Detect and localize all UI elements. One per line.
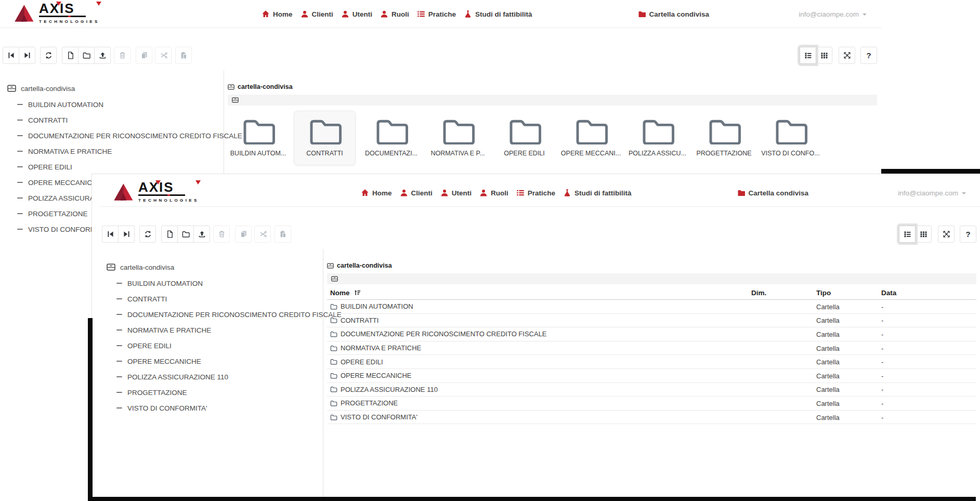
help-button[interactable]: ? [860, 47, 877, 64]
list-view-icon [904, 230, 911, 238]
table-row[interactable]: CONTRATTICartella- [327, 314, 976, 328]
fullscreen-button[interactable] [938, 226, 955, 243]
table-row[interactable]: DOCUMENTAZIONE PER RICONOSCIMENTO CREDIT… [327, 327, 976, 341]
copy-button[interactable] [136, 47, 152, 64]
skip-start-icon [7, 51, 15, 59]
file-icon [67, 51, 74, 59]
tree-item[interactable]: VISTO DI CONFORMITA' [107, 400, 323, 416]
table-row[interactable]: OPERE EDILICartella- [327, 355, 976, 369]
upload-button[interactable] [193, 226, 210, 243]
screenshot-border-top-right [881, 169, 980, 174]
nav-clienti[interactable]: Clienti [300, 10, 333, 18]
new-file-button[interactable] [62, 47, 79, 64]
tree-item[interactable]: POLIZZA ASSICURAZIONE 110 [107, 369, 323, 385]
nav-pratiche[interactable]: Pratiche [417, 10, 456, 18]
nav-ruoli[interactable]: Ruoli [479, 189, 508, 197]
nav-cartella-condivisa[interactable]: Cartella condivisa [638, 10, 710, 18]
screen: AXIS TECHNOLOGIES Home Clienti Utenti Ru… [0, 0, 980, 501]
help-button[interactable]: ? [960, 226, 976, 243]
nav-home[interactable]: Home [361, 189, 392, 197]
column-dim[interactable]: Dim. [751, 289, 766, 297]
nav-ruoli[interactable]: Ruoli [380, 10, 409, 18]
paste-button[interactable] [275, 226, 291, 243]
nav-home[interactable]: Home [262, 10, 293, 18]
grid-view-button[interactable] [915, 226, 932, 243]
tree-item[interactable]: DOCUMENTAZIONE PER RICONOSCIMENTO CREDIT… [7, 128, 224, 143]
nav-utenti[interactable]: Utenti [341, 10, 372, 18]
tree-item[interactable]: NORMATIVA E PRATICHE [107, 322, 323, 338]
nav-clienti[interactable]: Clienti [400, 189, 433, 197]
nav-studi-di-fattibilita[interactable]: Studi di fattibilità [464, 10, 532, 18]
folder-card[interactable]: NORMATIVA E P... [427, 111, 488, 165]
tree-item[interactable]: NORMATIVA E PRATICHE [7, 143, 224, 159]
folder-icon [308, 117, 342, 144]
account-menu[interactable]: info@ciaompe.com [799, 0, 867, 28]
breadcrumb[interactable] [228, 95, 877, 106]
tree-item[interactable]: OPERE MECCANICHE [107, 353, 323, 369]
folder-card[interactable]: VISTO DI CONFO... [760, 111, 821, 165]
nav-studi-di-fattibilita[interactable]: Studi di fattibilità [563, 189, 632, 197]
cut-button[interactable] [254, 226, 271, 243]
main-nav: Home Clienti Utenti Ruoli Pratiche Studi… [262, 0, 709, 28]
table-row[interactable]: PROGETTAZIONECartella- [327, 397, 976, 411]
column-nome[interactable]: Nome [330, 289, 361, 297]
dash-icon [116, 345, 122, 346]
go-first-button[interactable] [3, 47, 19, 64]
tree-item[interactable]: OPERE EDILI [7, 159, 224, 175]
tree-item[interactable]: CONTRATTI [107, 291, 323, 307]
list-view-button[interactable] [899, 226, 916, 243]
list-view-button[interactable] [800, 47, 816, 64]
folder-card[interactable]: OPERE MECCANI... [560, 111, 621, 165]
folder-card[interactable]: OPERE EDILI [494, 111, 555, 165]
list-view-icon [804, 51, 812, 59]
delete-button[interactable] [213, 226, 230, 243]
folder-card[interactable]: DOCUMENTAZI... [361, 111, 422, 165]
person-icon [380, 10, 388, 18]
tree-root[interactable]: cartella-condivisa [107, 261, 323, 273]
folder-card[interactable]: PROGETTAZIONE [694, 111, 754, 165]
nav-cartella-condivisa[interactable]: Cartella condivisa [737, 189, 809, 197]
fullscreen-button[interactable] [839, 47, 855, 64]
account-menu[interactable]: info@ciaompe.com [898, 179, 966, 207]
dash-icon [17, 166, 23, 167]
column-data[interactable]: Data [881, 289, 896, 297]
folder-card-selected[interactable]: CONTRATTI [294, 111, 355, 165]
copy-button[interactable] [235, 226, 252, 243]
go-last-button[interactable] [118, 226, 135, 243]
table-row[interactable]: BUILDIN AUTOMATIONCartella- [327, 300, 976, 314]
tree-item[interactable]: BUILDIN AUTOMATION [107, 275, 323, 291]
grid-view-button[interactable] [816, 47, 832, 64]
upload-button[interactable] [94, 47, 111, 64]
folder-card[interactable]: BUILDIN AUTOM... [228, 111, 289, 165]
go-first-button[interactable] [102, 226, 119, 243]
tree-item[interactable]: PROGETTAZIONE [107, 385, 323, 400]
brand-subtitle: TECHNOLOGIES [138, 198, 199, 203]
paste-button[interactable] [175, 47, 192, 64]
refresh-button[interactable] [139, 226, 156, 243]
tree-root[interactable]: cartella-condivisa [7, 83, 224, 94]
dash-icon [17, 229, 23, 230]
toolbar: ? [0, 28, 881, 70]
delete-button[interactable] [114, 47, 130, 64]
table-row[interactable]: OPERE MECCANICHECartella- [327, 369, 976, 383]
table-row[interactable]: NORMATIVA E PRATICHECartella- [327, 341, 976, 355]
nav-utenti[interactable]: Utenti [440, 189, 472, 197]
tree-item[interactable]: CONTRATTI [7, 112, 224, 128]
go-last-button[interactable] [19, 47, 35, 64]
breadcrumb[interactable] [327, 273, 976, 284]
column-tipo[interactable]: Tipo [816, 289, 831, 297]
tree-item[interactable]: BUILDIN AUTOMATION [7, 97, 224, 112]
refresh-button[interactable] [40, 47, 57, 64]
new-folder-button[interactable] [78, 47, 95, 64]
new-file-button[interactable] [161, 226, 178, 243]
folder-card[interactable]: POLIZZA ASSICU... [627, 111, 688, 165]
dash-icon [17, 104, 23, 105]
table-row[interactable]: VISTO DI CONFORMITA'Cartella- [327, 411, 976, 425]
cut-button[interactable] [155, 47, 172, 64]
table-row[interactable]: POLIZZA ASSICURAZIONE 110Cartella- [327, 383, 976, 397]
skip-end-icon [23, 51, 31, 59]
nav-pratiche[interactable]: Pratiche [516, 189, 555, 197]
new-folder-button[interactable] [177, 226, 194, 243]
tree-item[interactable]: DOCUMENTAZIONE PER RICONOSCIMENTO CREDIT… [107, 307, 323, 322]
tree-item[interactable]: OPERE EDILI [107, 338, 323, 353]
